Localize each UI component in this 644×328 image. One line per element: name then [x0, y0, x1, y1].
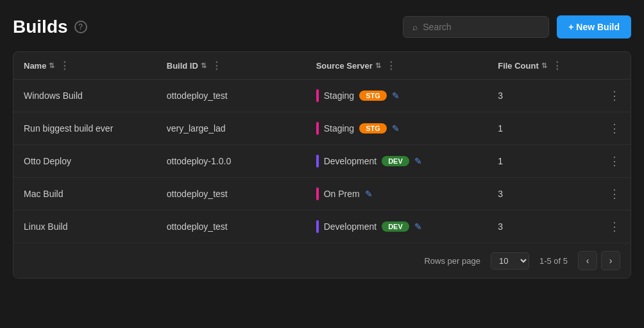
cell-source-server: On Prem ✎	[306, 178, 488, 211]
col-menu-file[interactable]: ⋮	[552, 60, 562, 71]
edit-source-icon[interactable]: ✎	[365, 189, 373, 199]
source-bar-indicator	[316, 187, 319, 200]
source-bar-indicator	[316, 155, 319, 168]
col-menu-source[interactable]: ⋮	[386, 60, 396, 71]
row-menu-icon[interactable]: ⋮	[609, 155, 620, 168]
env-badge: STG	[359, 123, 387, 134]
cell-name: Run biggest build ever	[13, 112, 157, 145]
search-box: ⌕	[403, 16, 549, 38]
col-header-name: Name ⇅ ⋮	[13, 52, 157, 80]
search-icon: ⌕	[412, 22, 418, 32]
cell-name: Windows Build	[13, 80, 157, 112]
cell-name: Mac Build	[13, 178, 157, 211]
cell-build-id: ottodeploy_test	[157, 211, 306, 243]
row-menu-icon[interactable]: ⋮	[609, 187, 620, 200]
sort-icon-file[interactable]: ⇅	[541, 62, 547, 70]
col-header-file-count: File Count ⇅ ⋮	[487, 52, 591, 80]
row-menu-icon[interactable]: ⋮	[609, 89, 620, 102]
next-page-button[interactable]: ›	[601, 251, 620, 270]
edit-source-icon[interactable]: ✎	[392, 123, 400, 134]
cell-build-id: ottodeploy_test	[157, 80, 306, 112]
new-build-button[interactable]: + New Build	[557, 15, 631, 39]
edit-source-icon[interactable]: ✎	[392, 91, 400, 101]
cell-row-menu: ⋮	[591, 178, 631, 211]
source-name: Staging	[324, 91, 354, 101]
col-menu-name[interactable]: ⋮	[60, 60, 69, 71]
source-name: Development	[324, 156, 377, 166]
builds-table-container: Name ⇅ ⋮ Build ID ⇅ ⋮ Source Server	[13, 51, 631, 279]
sort-icon-build[interactable]: ⇅	[201, 62, 207, 70]
sort-icon-source[interactable]: ⇅	[375, 62, 381, 70]
edit-source-icon[interactable]: ✎	[414, 156, 422, 166]
cell-source-server: Staging STG ✎	[306, 112, 488, 145]
env-badge: DEV	[382, 221, 409, 232]
cell-source-server: Staging STG ✎	[306, 80, 488, 112]
cell-file-count: 3	[487, 80, 591, 112]
cell-name: Linux Build	[13, 211, 157, 243]
cell-build-id: ottodeploy-1.0.0	[157, 145, 306, 178]
pagination-row: Rows per page 102550100 1-5 of 5 ‹ ›	[13, 243, 631, 278]
col-header-build-id: Build ID ⇅ ⋮	[157, 52, 306, 80]
source-name: Staging	[324, 123, 354, 134]
page-info: 1-5 of 5	[539, 256, 568, 266]
table-row: Otto Deploy ottodeploy-1.0.0 Development…	[13, 145, 631, 178]
cell-file-count: 1	[487, 145, 591, 178]
header-left: Builds ?	[13, 17, 87, 37]
cell-row-menu: ⋮	[591, 211, 631, 243]
cell-file-count: 1	[487, 112, 591, 145]
cell-name: Otto Deploy	[13, 145, 157, 178]
source-name: On Prem	[324, 189, 360, 199]
cell-row-menu: ⋮	[591, 112, 631, 145]
prev-page-button[interactable]: ‹	[578, 251, 597, 270]
table-header: Name ⇅ ⋮ Build ID ⇅ ⋮ Source Server	[13, 52, 631, 80]
rows-per-page-label: Rows per page	[424, 256, 480, 266]
cell-source-server: Development DEV ✎	[306, 211, 488, 243]
page-title: Builds	[13, 17, 68, 37]
cell-row-menu: ⋮	[591, 80, 631, 112]
help-icon[interactable]: ?	[74, 21, 87, 33]
header-right: ⌕ + New Build	[403, 15, 631, 39]
pagination-buttons: ‹ ›	[578, 251, 620, 270]
page-header: Builds ? ⌕ + New Build	[13, 15, 631, 39]
builds-table: Name ⇅ ⋮ Build ID ⇅ ⋮ Source Server	[13, 52, 631, 243]
col-menu-build[interactable]: ⋮	[212, 60, 221, 71]
col-header-source-server: Source Server ⇅ ⋮	[306, 52, 488, 80]
env-badge: DEV	[382, 156, 409, 166]
cell-row-menu: ⋮	[591, 145, 631, 178]
cell-file-count: 3	[487, 178, 591, 211]
table-row: Linux Build ottodeploy_test Development …	[13, 211, 631, 243]
table-body: Windows Build ottodeploy_test Staging ST…	[13, 80, 631, 243]
col-header-actions	[591, 52, 631, 80]
row-menu-icon[interactable]: ⋮	[609, 220, 620, 233]
source-bar-indicator	[316, 89, 319, 102]
cell-build-id: very_large_lad	[157, 112, 306, 145]
table-row: Run biggest build ever very_large_lad St…	[13, 112, 631, 145]
row-menu-icon[interactable]: ⋮	[609, 122, 620, 135]
env-badge: STG	[359, 91, 387, 101]
table-row: Windows Build ottodeploy_test Staging ST…	[13, 80, 631, 112]
table-row: Mac Build ottodeploy_test On Prem ✎ 3 ⋮	[13, 178, 631, 211]
source-bar-indicator	[316, 122, 319, 135]
cell-source-server: Development DEV ✎	[306, 145, 488, 178]
sort-icon-name[interactable]: ⇅	[49, 62, 55, 70]
source-bar-indicator	[316, 220, 319, 233]
search-input[interactable]	[423, 22, 539, 32]
cell-file-count: 3	[487, 211, 591, 243]
source-name: Development	[324, 221, 377, 232]
cell-build-id: ottodeploy_test	[157, 178, 306, 211]
rows-per-page-select[interactable]: 102550100	[491, 252, 529, 270]
edit-source-icon[interactable]: ✎	[414, 221, 422, 232]
